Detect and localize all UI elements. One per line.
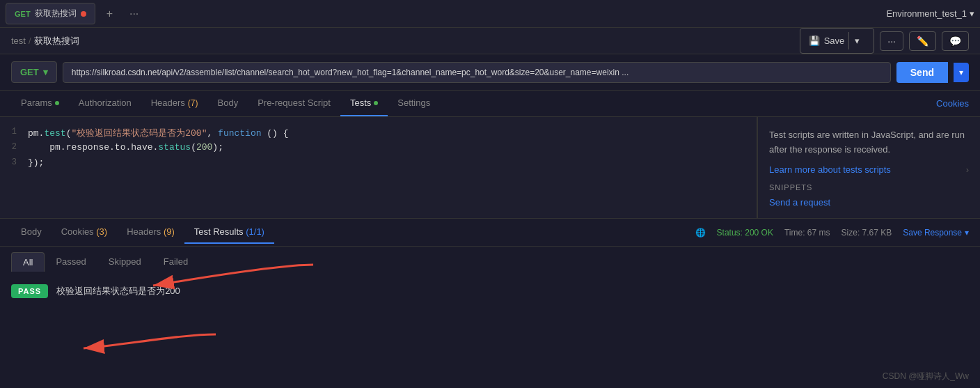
side-panel-chevron: › — [966, 164, 969, 175]
status-text: Status: 200 OK — [717, 228, 773, 238]
breadcrumb-parent[interactable]: test — [11, 36, 26, 46]
tab-unsaved-dot — [81, 11, 86, 17]
filter-failed[interactable]: Failed — [152, 252, 199, 272]
main-content: 1 pm.test("校验返回结果状态码是否为200", function ()… — [0, 117, 980, 218]
tab-tests[interactable]: Tests — [340, 91, 388, 116]
tab-bar-right: Environment_test_1 ▾ — [886, 8, 974, 19]
tab-params[interactable]: Params — [11, 91, 69, 116]
cookies-link[interactable]: Cookies — [936, 98, 969, 109]
breadcrumb-current: 获取热搜词 — [34, 35, 79, 47]
edit-button[interactable]: ✏️ — [909, 31, 936, 51]
test-results-badge: (1/1) — [246, 226, 264, 237]
response-section: Body Cookies (3) Headers (9) Test Result… — [0, 218, 980, 305]
tab-authorization[interactable]: Authorization — [69, 91, 141, 116]
test-results-area: All Passed Skipped Failed PASS 校验返回结果状态码… — [0, 247, 980, 305]
chevron-down-icon: ▾ — [970, 8, 974, 19]
arrow-to-pass-result — [70, 320, 223, 362]
filter-all[interactable]: All — [11, 252, 45, 272]
tab-headers[interactable]: Headers (7) — [141, 91, 208, 116]
request-tabs: Params Authorization Headers (7) Body Pr… — [0, 91, 980, 117]
more-options-button[interactable]: ··· — [880, 31, 903, 51]
time-text: Time: 67 ms — [784, 228, 830, 238]
code-line-1: 1 pm.test("校验返回结果状态码是否为200", function ()… — [0, 125, 757, 141]
breadcrumb-bar: test / 获取热搜词 💾 Save ▾ ··· ✏️ 💬 — [0, 28, 980, 54]
url-bar: GET ▾ Send ▾ — [0, 54, 980, 91]
resp-tab-headers[interactable]: Headers (9) — [117, 221, 184, 244]
save-icon: 💾 — [809, 36, 820, 46]
tab-actions: + ··· — [101, 5, 145, 23]
send-dropdown-button[interactable]: ▾ — [954, 63, 969, 82]
save-dropdown-arrow[interactable]: ▾ — [848, 32, 865, 49]
tab-bar: GET 获取热搜词 + ··· Environment_test_1 ▾ — [0, 0, 980, 28]
save-response-arrow: ▾ — [965, 228, 969, 238]
code-editor[interactable]: 1 pm.test("校验返回结果状态码是否为200", function ()… — [0, 117, 757, 218]
resp-tab-cookies[interactable]: Cookies (3) — [52, 221, 117, 244]
tab-more-button[interactable]: ··· — [124, 5, 144, 23]
tab-body[interactable]: Body — [208, 91, 248, 116]
filter-tabs: All Passed Skipped Failed — [11, 247, 969, 272]
save-response-label: Save Response — [903, 228, 962, 238]
side-panel-description: Test scripts are written in JavaScript, … — [769, 128, 969, 157]
save-response-button[interactable]: Save Response ▾ — [903, 228, 969, 238]
tests-dot — [374, 101, 378, 105]
code-line-3: 3 }); — [0, 156, 757, 171]
response-tabs: Body Cookies (3) Headers (9) Test Result… — [0, 219, 980, 247]
send-request-snippet[interactable]: Send a request — [769, 197, 969, 208]
test-result-name: 校验返回结果状态码是否为200 — [56, 285, 180, 297]
size-text: Size: 7.67 KB — [841, 228, 892, 238]
environment-selector[interactable]: Environment_test_1 ▾ — [886, 8, 974, 19]
learn-more-link[interactable]: Learn more about tests scripts — [769, 164, 891, 175]
method-label: GET — [20, 67, 39, 77]
send-button[interactable]: Send — [896, 62, 948, 83]
breadcrumb-actions: 💾 Save ▾ ··· ✏️ 💬 — [800, 28, 969, 54]
resp-tab-body[interactable]: Body — [11, 221, 52, 244]
resp-tab-test-results[interactable]: Test Results (1/1) — [184, 221, 274, 244]
side-panel: Test scripts are written in JavaScript, … — [757, 117, 980, 218]
headers-count-badge: (9) — [164, 226, 175, 237]
snippets-title: SNIPPETS — [769, 183, 969, 192]
cookies-badge: (3) — [96, 226, 107, 237]
edit-icon: ✏️ — [917, 36, 928, 47]
test-result-row: PASS 校验返回结果状态码是否为200 — [11, 277, 969, 305]
env-name: Environment_test_1 — [886, 8, 967, 19]
tab-prerequest[interactable]: Pre-request Script — [248, 91, 340, 116]
save-button[interactable]: 💾 Save ▾ — [800, 28, 875, 54]
url-input[interactable] — [63, 62, 891, 83]
headers-badge: (7) — [188, 98, 198, 108]
comment-icon: 💬 — [949, 36, 961, 47]
params-dot — [55, 101, 59, 105]
filter-passed[interactable]: Passed — [45, 252, 97, 272]
globe-icon: 🌐 — [695, 228, 706, 238]
method-dropdown-icon: ▾ — [43, 67, 48, 77]
tab-method: GET — [15, 10, 31, 18]
method-selector[interactable]: GET ▾ — [11, 61, 57, 83]
comment-button[interactable]: 💬 — [942, 31, 969, 51]
response-meta: 🌐 Status: 200 OK Time: 67 ms Size: 7.67 … — [695, 228, 969, 238]
tab-name: 获取热搜词 — [35, 8, 77, 20]
active-tab[interactable]: GET 获取热搜词 — [6, 3, 95, 24]
new-tab-button[interactable]: + — [101, 5, 118, 23]
tab-settings[interactable]: Settings — [388, 91, 440, 116]
filter-skipped[interactable]: Skipped — [97, 252, 152, 272]
pass-badge: PASS — [11, 284, 48, 298]
breadcrumb-separator: / — [29, 36, 31, 46]
code-line-2: 2 pm.response.to.have.status(200); — [0, 141, 757, 156]
watermark: CSDN @哑脚诗人_Ww — [883, 371, 969, 382]
save-label: Save — [824, 36, 845, 46]
